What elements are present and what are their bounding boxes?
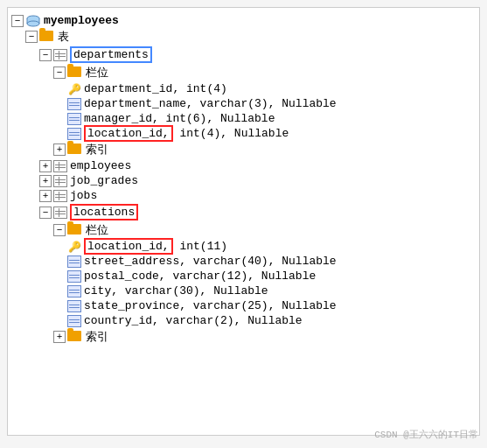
locations-suoyin-icon [67,331,83,343]
job-grades-row[interactable]: + job_grades [11,173,476,188]
biao-label: 表 [58,29,69,45]
employees-label: employees [70,159,131,172]
locations-suoyin-expand[interactable]: + [53,331,66,343]
col-icon-postal [67,270,81,283]
locations-table-icon [53,206,67,219]
locations-lanwei: − 栏位 [11,221,476,239]
locations-suoyin: + 索引 [11,328,476,346]
biao-folder-icon [39,31,55,43]
jobs-row[interactable]: + jobs [11,188,476,203]
col-icon-state [67,300,81,312]
locations-lanwei-icon [67,224,83,236]
job-grades-expand[interactable]: + [39,175,52,187]
col-country-id: country_id, varchar(2), Nullable [11,313,476,328]
root-row: − myemployees [11,13,476,28]
departments-suoyin: + 索引 [11,141,476,158]
col-department-name: department_name, varchar(3), Nullable [11,96,476,111]
departments-lanwei: − 栏位 [11,64,476,81]
jobs-table-icon [53,190,67,202]
key-icon-dept-id: 🔑 [67,83,81,95]
col-street-label: street_address, varchar(40), Nullable [84,255,337,268]
departments-label: departments [70,46,152,63]
departments-row[interactable]: − departments [11,46,476,64]
departments-suoyin-label: 索引 [86,142,108,158]
svg-point-2 [27,21,39,26]
locations-lanwei-label: 栏位 [86,222,108,238]
col-postal-label: postal_code, varchar(12), Nullable [84,270,316,283]
jobs-label: jobs [70,189,97,202]
key-icon-loc-id: 🔑 [67,241,81,253]
col-icon-loc-id-dept [67,128,81,140]
departments-table-icon [53,49,67,61]
locations-row[interactable]: − locations [11,203,476,221]
col-icon-dept-name [67,98,81,110]
col-country-label: country_id, varchar(2), Nullable [84,314,303,327]
departments-suoyin-expand[interactable]: + [53,144,66,156]
col-dept-name-label: department_name, varchar(3), Nullable [84,97,337,110]
col-state-province: state_province, varchar(25), Nullable [11,298,476,313]
locations-lanwei-expand[interactable]: − [53,224,66,236]
col-icon-city [67,285,81,298]
col-city: city, varchar(30), Nullable [11,284,476,298]
col-location-id-dept: location_id, int(4), Nullable [11,126,476,141]
employees-row[interactable]: + employees [11,158,476,173]
locations-expand[interactable]: − [39,206,52,219]
jobs-expand[interactable]: + [39,190,52,202]
col-loc-id-loc-label: location_id, int(11) [84,240,227,253]
departments-lanwei-expand[interactable]: − [53,66,66,79]
root-expand[interactable]: − [11,15,24,27]
root-label: myemployees [44,14,119,27]
biao-expand[interactable]: − [25,31,38,43]
departments-expand[interactable]: − [39,49,52,61]
db-icon [25,15,41,27]
col-location-id-loc: 🔑 location_id, int(11) [11,239,476,254]
job-grades-table-icon [53,175,67,187]
col-state-label: state_province, varchar(25), Nullable [84,299,337,312]
tree-container: − myemployees − 表 − departments − [7,7,480,436]
departments-lanwei-icon [67,66,83,79]
job-grades-label: job_grades [70,174,138,187]
biao-section: − 表 [11,28,476,46]
col-mgr-id-label: manager_id, int(6), Nullable [84,112,275,125]
departments-suoyin-icon [67,144,83,156]
col-dept-id-label: department_id, int(4) [84,82,227,95]
departments-lanwei-label: 栏位 [86,65,108,80]
col-icon-country [67,315,81,327]
locations-suoyin-label: 索引 [86,329,108,345]
employees-expand[interactable]: + [39,160,52,172]
employees-table-icon [53,160,67,172]
col-manager-id: manager_id, int(6), Nullable [11,111,476,126]
col-loc-id-dept-label: location_id, int(4), Nullable [84,127,289,140]
col-department-id: 🔑 department_id, int(4) [11,81,476,96]
watermark: CSDN @王六六的IT日常 [374,428,478,441]
col-postal-code: postal_code, varchar(12), Nullable [11,269,476,284]
col-street-address: street_address, varchar(40), Nullable [11,254,476,269]
col-city-label: city, varchar(30), Nullable [84,284,268,298]
col-icon-street [67,256,81,268]
col-icon-mgr-id [67,113,81,125]
locations-label: locations [70,204,138,220]
